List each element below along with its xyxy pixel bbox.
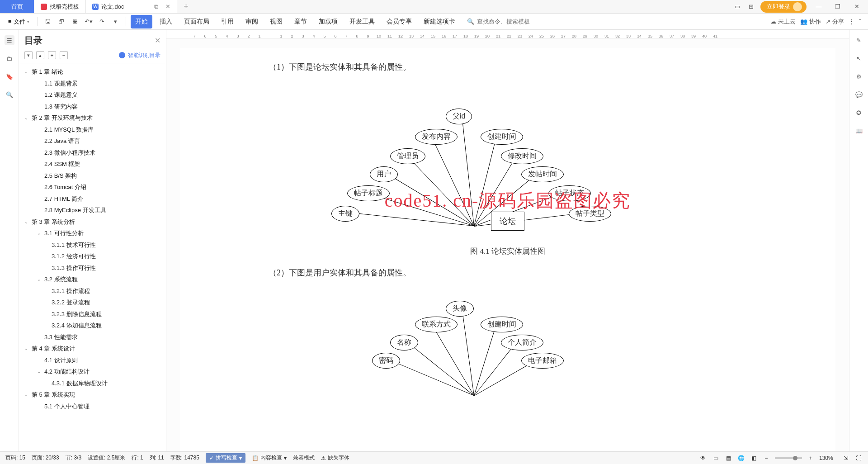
toc-item[interactable]: 4.3.1 数据库物理设计 xyxy=(19,378,166,389)
toc-item[interactable]: 2.4 SSM 框架 xyxy=(19,158,166,170)
redo-icon[interactable]: ↷ xyxy=(97,16,108,27)
sb-col[interactable]: 列: 11 xyxy=(150,454,164,462)
zoom-in-icon[interactable]: + xyxy=(807,454,815,462)
nav-icon[interactable]: 🗀 xyxy=(5,53,14,63)
login-button[interactable]: 立即登录 xyxy=(760,1,807,13)
toc-item[interactable]: ⌄3.1 可行性分析 xyxy=(19,227,166,239)
ribbon-tab-4[interactable]: 审阅 xyxy=(241,15,263,28)
collapse-ribbon-icon[interactable]: ˆ xyxy=(859,18,861,25)
search-panel-icon[interactable]: 🔍 xyxy=(5,90,14,99)
toc-item[interactable]: 2.2 Java 语言 xyxy=(19,135,166,147)
toc-item[interactable]: ⌄第 5 章 系统实现 xyxy=(19,389,166,401)
sb-content-check[interactable]: 📋 内容检查 ▾ xyxy=(252,454,287,462)
toc-item[interactable]: 5.1 个人中心管理 xyxy=(19,401,166,412)
toc-item[interactable]: 3.1.2 经济可行性 xyxy=(19,251,166,262)
smart-toc-button[interactable]: 智能识别目录 xyxy=(119,52,160,59)
tab-template-store[interactable]: 找稻壳模板 xyxy=(34,0,86,13)
toc-item[interactable]: 3.2.4 添加信息流程 xyxy=(19,320,166,331)
ribbon-tab-9[interactable]: 会员专享 xyxy=(382,15,416,28)
save-icon[interactable]: 🖫 xyxy=(42,16,53,27)
ribbon-tab-1[interactable]: 插入 xyxy=(155,15,177,28)
sb-setvalue[interactable]: 设置值: 2.5厘米 xyxy=(88,454,125,462)
sb-spellcheck-button[interactable]: ✓ 拼写检查 ▾ xyxy=(206,453,245,463)
window-close-button[interactable]: ✕ xyxy=(850,0,863,14)
more-menu-icon[interactable]: ⋮ xyxy=(849,18,854,25)
reading-icon[interactable]: 📖 xyxy=(854,126,864,136)
format-painter-icon[interactable]: ▾ xyxy=(110,16,121,27)
toc-item[interactable]: 1.1 课题背景 xyxy=(19,78,166,90)
zoom-value[interactable]: 130% xyxy=(819,455,837,461)
sb-wordcount[interactable]: 字数: 14785 xyxy=(170,454,199,462)
sb-section[interactable]: 节: 3/3 xyxy=(66,454,81,462)
toc-item[interactable]: 3.3 性能需求 xyxy=(19,331,166,343)
toc-item[interactable]: 2.5 B/S 架构 xyxy=(19,170,166,182)
view-web-icon[interactable]: ▤ xyxy=(724,454,732,462)
toc-item[interactable]: 2.6 Tomcat 介绍 xyxy=(19,181,166,193)
tab-popout-icon[interactable]: ⧉ xyxy=(154,3,158,10)
sb-compat-mode[interactable]: 兼容模式 xyxy=(293,454,315,462)
toc-item[interactable]: ⌄第 3 章 系统分析 xyxy=(19,216,166,228)
toc-item[interactable]: 4.1 设计原则 xyxy=(19,355,166,366)
pencil-icon[interactable]: ✎ xyxy=(854,35,864,45)
collab-button[interactable]: 👥协作 xyxy=(800,18,821,26)
tab-document[interactable]: W 论文.doc ⧉ ✕ xyxy=(86,0,177,13)
bookmark-icon[interactable]: 🔖 xyxy=(5,71,14,81)
app-menu-button[interactable]: ≡ 文件▾ xyxy=(5,16,33,28)
toc-item[interactable]: ⌄4.2 功能结构设计 xyxy=(19,366,166,378)
ribbon-tab-5[interactable]: 视图 xyxy=(265,15,287,28)
chat-icon[interactable]: 💬 xyxy=(854,90,864,99)
ribbon-tab-8[interactable]: 开发工具 xyxy=(345,15,379,28)
settings-slider-icon[interactable]: ⚙ xyxy=(854,71,864,81)
view-page-icon[interactable]: ▭ xyxy=(712,454,720,462)
toc-expand2-button[interactable]: ▴ xyxy=(36,51,44,59)
toc-item[interactable]: 3.2.2 登录流程 xyxy=(19,297,166,308)
ribbon-tab-7[interactable]: 加载项 xyxy=(314,15,342,28)
star-icon[interactable]: ✪ xyxy=(854,108,864,118)
fullscreen-icon[interactable]: ⛶ xyxy=(854,454,863,462)
toc-plus-button[interactable]: + xyxy=(48,51,56,59)
toc-item[interactable]: ⌄3.2 系统流程 xyxy=(19,274,166,285)
zoom-out-icon[interactable]: − xyxy=(762,454,770,462)
tab-close-icon[interactable]: ✕ xyxy=(165,3,170,10)
toc-item[interactable]: 2.3 微信小程序技术 xyxy=(19,147,166,159)
share-button[interactable]: ↗分享 xyxy=(826,18,844,26)
toc-item[interactable]: 3.2.1 操作流程 xyxy=(19,285,166,297)
toc-item[interactable]: 2.8 MyEclipse 开发工具 xyxy=(19,204,166,216)
toc-minus-button[interactable]: − xyxy=(60,51,68,59)
fit-page-icon[interactable]: ⇲ xyxy=(842,454,850,462)
skin-icon[interactable]: ▭ xyxy=(733,3,741,11)
print-preview-icon[interactable]: 🗗 xyxy=(56,16,67,27)
toc-item[interactable]: 2.1 MYSQL 数据库 xyxy=(19,124,166,136)
ribbon-tab-10[interactable]: 新建选项卡 xyxy=(419,15,460,28)
toc-item[interactable]: 2.7 HTML 简介 xyxy=(19,193,166,205)
print-icon[interactable]: 🖶 xyxy=(70,16,80,27)
toc-expand1-button[interactable]: ▾ xyxy=(24,51,33,59)
window-minimize-button[interactable]: — xyxy=(812,0,826,14)
apps-icon[interactable]: ⊞ xyxy=(747,3,755,11)
toc-item[interactable]: ⌄第 2 章 开发环境与技术 xyxy=(19,112,166,124)
sb-page[interactable]: 页面: 20/33 xyxy=(32,454,59,462)
undo-icon[interactable]: ↶▾ xyxy=(83,16,94,27)
toc-item[interactable]: 3.1.3 操作可行性 xyxy=(19,262,166,274)
view-outline-icon[interactable]: 🌐 xyxy=(737,454,745,462)
tab-home[interactable]: 首页 xyxy=(0,0,34,13)
toc-item[interactable]: ⌄第 4 章 系统设计 xyxy=(19,343,166,355)
toc-item[interactable]: 3.1.1 技术可行性 xyxy=(19,239,166,251)
toc-item[interactable]: 3.2.3 删除信息流程 xyxy=(19,308,166,320)
ribbon-tab-2[interactable]: 页面布局 xyxy=(179,15,214,28)
ribbon-tab-6[interactable]: 章节 xyxy=(290,15,311,28)
ribbon-tab-0[interactable]: 开始 xyxy=(131,15,152,28)
sb-missing-font[interactable]: ⚠ 缺失字体 xyxy=(321,454,349,462)
toc-item[interactable]: 1.3 研究内容 xyxy=(19,101,166,113)
sb-page-number[interactable]: 页码: 15 xyxy=(5,454,25,462)
command-search[interactable]: 🔍 xyxy=(462,18,536,25)
document-area[interactable]: 7654321123456789101112131415161718192021… xyxy=(166,30,849,451)
ribbon-tab-3[interactable]: 引用 xyxy=(217,15,238,28)
eye-icon[interactable]: 👁 xyxy=(699,454,707,462)
command-search-input[interactable] xyxy=(477,18,536,25)
view-reading-icon[interactable]: ◧ xyxy=(750,454,758,462)
cursor-icon[interactable]: ↖ xyxy=(854,53,864,63)
toc-item[interactable]: ⌄第 1 章 绪论 xyxy=(19,66,166,78)
toc-item[interactable]: 1.2 课题意义 xyxy=(19,89,166,101)
horizontal-ruler[interactable]: 7654321123456789101112131415161718192021… xyxy=(166,30,849,39)
